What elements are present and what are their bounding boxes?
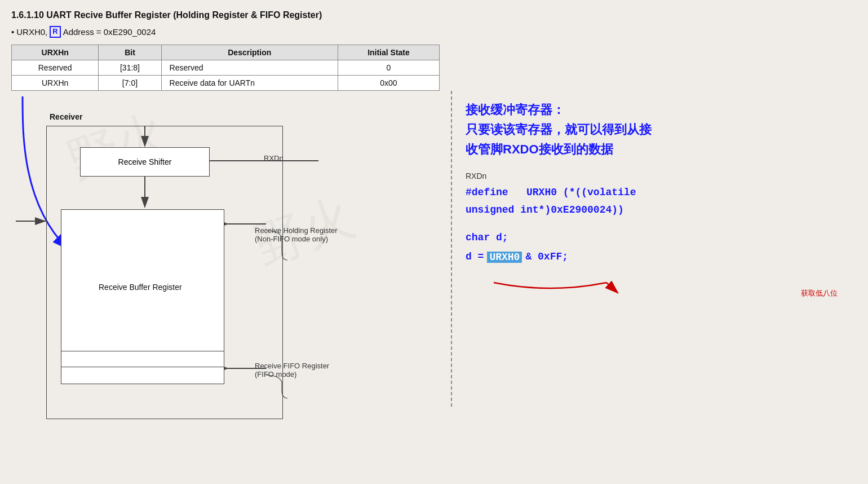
cell-reserved-init: 0 (338, 60, 439, 75)
page-container: 野火 野火 1.6.1.10 UART Recive Buffer Regist… (0, 0, 868, 412)
chinese-annotation: 接收缓冲寄存器： 只要读该寄存器，就可以得到从接 收管脚RXDO接收到的数据 (466, 100, 843, 160)
col-header-initial: Initial State (338, 45, 439, 60)
main-content: Receiver Receive Shifter (11, 91, 857, 407)
address-line: • URXH0, R Address = 0xE290_0024 (11, 26, 857, 38)
urxh0-highlight: URXH0 (487, 252, 522, 263)
red-arrow-area: 获取低八位 (466, 271, 843, 305)
address-prefix: URXH0, (16, 27, 47, 37)
red-arrow-svg (466, 271, 691, 305)
rxdn-annotation: RXDn (466, 171, 843, 181)
receiver-label: Receiver (50, 112, 82, 121)
table-row: URXHn [7:0] Receive data for UARTn 0x00 (12, 75, 440, 90)
svg-line-13 (606, 283, 618, 293)
shifter-label: Receive Shifter (118, 157, 172, 166)
holding-label: Receive Holding Register(Non-FIFO mode o… (255, 226, 338, 243)
register-table: URXHn Bit Description Initial State Rese… (11, 45, 440, 91)
col-header-description: Description (161, 45, 338, 60)
cell-urxhn-desc: Receive data for UARTn (161, 75, 338, 90)
fifo-label: Receive FIFO Register(FIFO mode) (255, 362, 329, 379)
cell-urxhn-name: URXHn (12, 75, 99, 90)
code-d-eq: d = (466, 248, 484, 266)
col-header-bit: Bit (99, 45, 161, 60)
buffer-label: Receive Buffer Register (99, 283, 182, 292)
code-line-d: d = URXH0 & 0xFF; (466, 248, 843, 266)
annotation-area: 接收缓冲寄存器： 只要读该寄存器，就可以得到从接 收管脚RXDO接收到的数据 R… (451, 91, 857, 407)
table-row: Reserved [31:8] Reserved 0 (12, 60, 440, 75)
address-suffix: Address = 0xE290_0024 (63, 27, 156, 37)
bullet: • (11, 27, 14, 37)
code-char-d: char d; (466, 229, 843, 247)
shifter-box: Receive Shifter (80, 147, 210, 177)
cell-reserved-desc: Reserved (161, 60, 338, 75)
buffer-outer (61, 209, 224, 384)
get-low8-label: 获取低八位 (801, 288, 838, 298)
reg-badge: R (50, 26, 60, 38)
code-define: #define URXH0 (*((volatile unsigned int*… (466, 184, 843, 218)
col-header-urxhn: URXHn (12, 45, 99, 60)
code-rest: & 0xFF; (525, 248, 568, 266)
cell-reserved-bit: [31:8] (99, 60, 161, 75)
cell-urxhn-init: 0x00 (338, 75, 439, 90)
diagram-area: Receiver Receive Shifter (11, 91, 451, 407)
cell-reserved-name: Reserved (12, 60, 99, 75)
section-title: 1.6.1.10 UART Recive Buffer Register (Ho… (11, 10, 857, 20)
cell-urxhn-bit: [7:0] (99, 75, 161, 90)
rxdn-label: RXDn (264, 154, 284, 162)
